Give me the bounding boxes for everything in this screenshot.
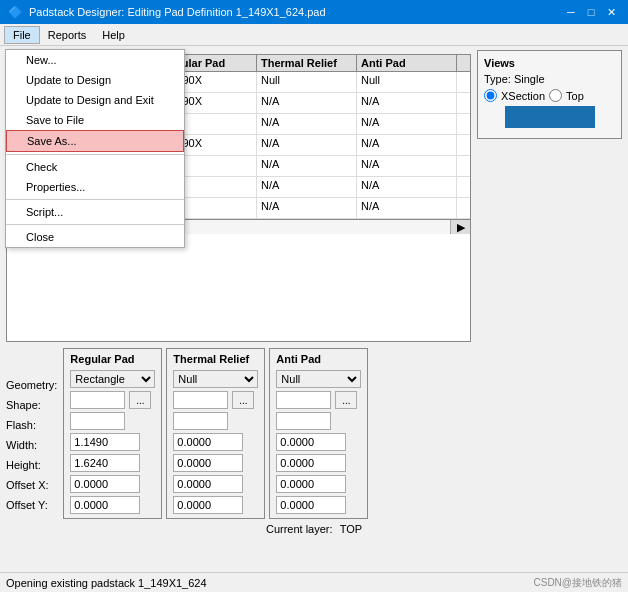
row-thermal: N/A bbox=[257, 135, 357, 155]
top-radio[interactable] bbox=[549, 89, 562, 102]
regular-shape-input[interactable] bbox=[70, 391, 125, 409]
thermal-shape-ellipsis[interactable]: ... bbox=[232, 391, 254, 409]
update-to-design-item[interactable]: Update to Design bbox=[6, 70, 184, 90]
title-bar: 🔷 Padstack Designer: Editing Pad Definit… bbox=[0, 0, 628, 24]
regular-offsety-input[interactable] bbox=[70, 496, 140, 514]
regular-flash-row bbox=[70, 412, 155, 430]
anti-pad-title: Anti Pad bbox=[276, 353, 361, 365]
current-layer-bar: Current layer: TOP bbox=[0, 521, 628, 537]
geometry-label: Geometry: bbox=[6, 375, 57, 395]
row-anti: N/A bbox=[357, 114, 457, 134]
regular-pad-title: Regular Pad bbox=[70, 353, 155, 365]
menu-separator-3 bbox=[6, 224, 184, 225]
reports-menu[interactable]: Reports bbox=[40, 27, 95, 43]
check-item[interactable]: Check bbox=[6, 157, 184, 177]
anti-flash-input[interactable] bbox=[276, 412, 331, 430]
width-label: Width: bbox=[6, 435, 57, 455]
xsection-label: XSection bbox=[501, 90, 545, 102]
menu-separator-1 bbox=[6, 154, 184, 155]
status-text: Opening existing padstack 1_149X1_624 bbox=[6, 577, 207, 589]
thermal-offsetx-row bbox=[173, 475, 258, 493]
view-preview bbox=[505, 106, 595, 128]
row-anti: N/A bbox=[357, 156, 457, 176]
anti-width-input[interactable] bbox=[276, 433, 346, 451]
regular-offsety-row bbox=[70, 496, 155, 514]
regular-height-input[interactable] bbox=[70, 454, 140, 472]
thermal-width-row bbox=[173, 433, 258, 451]
new-menu-item[interactable]: New... bbox=[6, 50, 184, 70]
row-anti: N/A bbox=[357, 177, 457, 197]
anti-offsetx-row bbox=[276, 475, 361, 493]
type-label: Type: bbox=[484, 73, 511, 85]
anti-offsety-row bbox=[276, 496, 361, 514]
script-item[interactable]: Script... bbox=[6, 202, 184, 222]
regular-width-input[interactable] bbox=[70, 433, 140, 451]
anti-flash-row bbox=[276, 412, 361, 430]
menu-separator-2 bbox=[6, 199, 184, 200]
anti-pad-section: Anti Pad Null Rectangle Circle ... bbox=[269, 348, 368, 519]
thermal-offsety-input[interactable] bbox=[173, 496, 243, 514]
regular-flash-input[interactable] bbox=[70, 412, 125, 430]
row-thermal: N/A bbox=[257, 177, 357, 197]
anti-geometry-select[interactable]: Null Rectangle Circle bbox=[276, 370, 361, 388]
type-value: Single bbox=[514, 73, 545, 85]
save-as-item[interactable]: Save As... bbox=[6, 130, 184, 152]
row-thermal: N/A bbox=[257, 93, 357, 113]
title-bar-controls: ─ □ ✕ bbox=[562, 4, 620, 20]
thermal-flash-row bbox=[173, 412, 258, 430]
thermal-offsetx-input[interactable] bbox=[173, 475, 243, 493]
help-menu[interactable]: Help bbox=[94, 27, 133, 43]
properties-item[interactable]: Properties... bbox=[6, 177, 184, 197]
regular-geometry-select[interactable]: Rectangle Circle Square Null bbox=[70, 370, 155, 388]
row-anti: N/A bbox=[357, 198, 457, 218]
regular-offsetx-row bbox=[70, 475, 155, 493]
xsection-radio[interactable] bbox=[484, 89, 497, 102]
anti-width-row bbox=[276, 433, 361, 451]
regular-width-row bbox=[70, 433, 155, 451]
close-item[interactable]: Close bbox=[6, 227, 184, 247]
anti-shape-ellipsis[interactable]: ... bbox=[335, 391, 357, 409]
row-thermal: N/A bbox=[257, 156, 357, 176]
current-layer-value: TOP bbox=[340, 523, 362, 535]
anti-height-input[interactable] bbox=[276, 454, 346, 472]
regular-geometry-row: Rectangle Circle Square Null bbox=[70, 370, 155, 388]
scroll-right-btn[interactable]: ▶ bbox=[450, 220, 470, 234]
thermal-flash-input[interactable] bbox=[173, 412, 228, 430]
offsety-label: Offset Y: bbox=[6, 495, 57, 515]
row-anti: Null bbox=[357, 72, 457, 92]
anti-shape-input[interactable] bbox=[276, 391, 331, 409]
thermal-shape-input[interactable] bbox=[173, 391, 228, 409]
anti-offsetx-input[interactable] bbox=[276, 475, 346, 493]
thermal-geometry-select[interactable]: Null Rectangle Circle bbox=[173, 370, 258, 388]
thermal-width-input[interactable] bbox=[173, 433, 243, 451]
update-and-exit-item[interactable]: Update to Design and Exit bbox=[6, 90, 184, 110]
minimize-button[interactable]: ─ bbox=[562, 4, 580, 20]
type-row: Type: Single bbox=[484, 73, 615, 85]
views-panel: Views Type: Single XSection Top bbox=[477, 50, 622, 342]
anti-shape-row: ... bbox=[276, 391, 361, 409]
geometry-labels: Geometry: Shape: Flash: Width: Height: O… bbox=[6, 348, 57, 519]
thermal-pad-title: Thermal Relief bbox=[173, 353, 258, 365]
anti-offsety-input[interactable] bbox=[276, 496, 346, 514]
file-menu[interactable]: File New... Update to Design Update to D… bbox=[4, 26, 40, 44]
regular-shape-ellipsis[interactable]: ... bbox=[129, 391, 151, 409]
file-menu-label: File bbox=[13, 29, 31, 41]
watermark: CSDN@接地铁的猪 bbox=[534, 576, 623, 590]
row-thermal: N/A bbox=[257, 114, 357, 134]
col-anti: Anti Pad bbox=[357, 55, 457, 71]
regular-pad-section: Regular Pad Rectangle Circle Square Null… bbox=[63, 348, 162, 519]
anti-height-row bbox=[276, 454, 361, 472]
top-label: Top bbox=[566, 90, 584, 102]
thermal-geometry-row: Null Rectangle Circle bbox=[173, 370, 258, 388]
offsetx-label: Offset X: bbox=[6, 475, 57, 495]
close-window-button[interactable]: ✕ bbox=[602, 4, 620, 20]
thermal-shape-row: ... bbox=[173, 391, 258, 409]
save-to-file-item[interactable]: Save to File bbox=[6, 110, 184, 130]
thermal-height-input[interactable] bbox=[173, 454, 243, 472]
maximize-button[interactable]: □ bbox=[582, 4, 600, 20]
menu-bar: File New... Update to Design Update to D… bbox=[0, 24, 628, 46]
anti-geometry-row: Null Rectangle Circle bbox=[276, 370, 361, 388]
row-anti: N/A bbox=[357, 93, 457, 113]
regular-offsetx-input[interactable] bbox=[70, 475, 140, 493]
row-anti: N/A bbox=[357, 135, 457, 155]
